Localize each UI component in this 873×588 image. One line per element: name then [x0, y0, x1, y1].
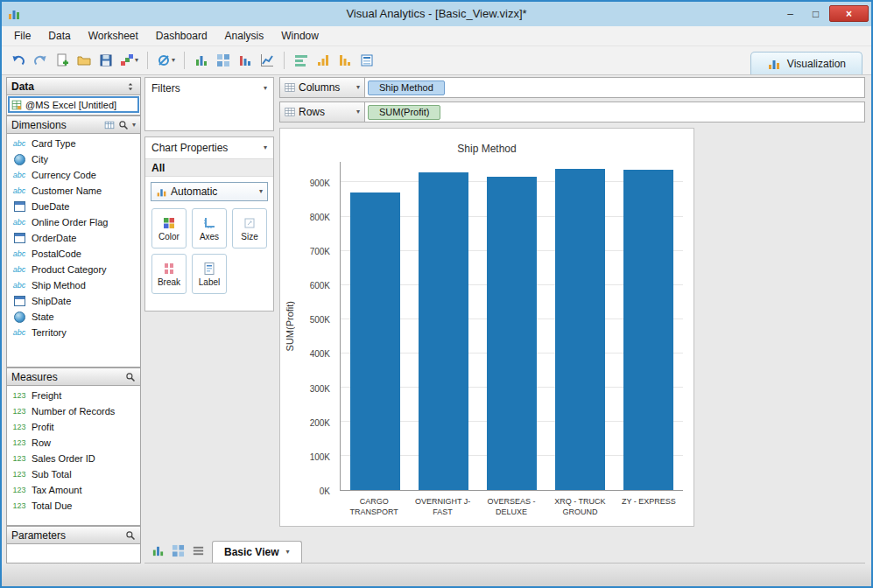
new-file-icon[interactable] [53, 50, 72, 71]
columns-shelf-header[interactable]: Columns ▾ [279, 77, 365, 98]
table-icon[interactable] [104, 120, 115, 130]
measures-header[interactable]: Measures [6, 368, 141, 386]
datasource-item[interactable]: @MS Excel [Untitled] [8, 96, 139, 113]
dimension-product-category[interactable]: abcProduct Category [7, 262, 140, 277]
measure-row[interactable]: 123Row [7, 435, 140, 451]
dimension-postalcode[interactable]: abcPostalCode [7, 246, 140, 262]
sort-ascending-icon[interactable] [313, 50, 333, 71]
filters-header[interactable]: Filters ▾ [145, 78, 273, 99]
measure-sub-total[interactable]: 123Sub Total [7, 466, 140, 482]
measure-sales-order-id[interactable]: 123Sales Order ID [7, 451, 140, 466]
bar-overnight-j-fast[interactable] [419, 172, 468, 490]
bar-overseas-deluxe[interactable] [487, 177, 537, 490]
chevron-down-icon[interactable]: ▾ [264, 144, 267, 151]
date-type-icon [10, 233, 29, 243]
sort-updown-icon[interactable] [125, 81, 136, 92]
chart-view-icon[interactable] [172, 544, 185, 557]
minimize-button[interactable]: – [778, 5, 802, 22]
dimension-orderdate[interactable]: OrderDate [7, 230, 140, 246]
new-worksheet-icon[interactable] [151, 544, 165, 557]
chevron-down-icon[interactable]: ▾ [264, 85, 267, 92]
size-icon [243, 216, 257, 230]
dimension-shipdate[interactable]: ShipDate [7, 293, 140, 309]
close-button[interactable]: × [829, 5, 869, 22]
measure-profit[interactable]: 123Profit [7, 419, 140, 435]
menu-data[interactable]: Data [39, 27, 79, 45]
color-icon [162, 216, 176, 230]
prop-button-label: Label [199, 277, 220, 287]
chart-properties-title: Chart Properties [151, 142, 228, 154]
search-icon[interactable] [125, 372, 136, 382]
parameters-box[interactable] [6, 544, 141, 564]
measure-tax-amount[interactable]: 123Tax Amount [7, 482, 140, 498]
chart-axis-icon[interactable] [257, 50, 277, 71]
pill-sum-profit[interactable]: SUM(Profit) [368, 105, 440, 120]
save-icon[interactable] [96, 50, 116, 71]
dimension-customer-name[interactable]: abcCustomer Name [7, 183, 140, 199]
swap-axes-icon[interactable] [292, 50, 311, 71]
dimensions-header[interactable]: Dimensions ▾ [6, 116, 141, 134]
bar-xrq-truck-ground[interactable] [555, 169, 605, 490]
maximize-button[interactable]: □ [804, 5, 827, 22]
dimension-city[interactable]: City [7, 151, 140, 167]
view-tab-basic-view[interactable]: Basic View ▾ [212, 541, 302, 563]
show-summary-icon[interactable] [357, 50, 377, 71]
view-list-icon[interactable] [192, 544, 205, 557]
open-file-icon[interactable] [74, 50, 94, 71]
bar-zy-express[interactable] [623, 170, 673, 490]
undo-icon[interactable] [9, 50, 28, 71]
menu-dashboard[interactable]: Dashboard [147, 27, 216, 45]
menu-file[interactable]: File [5, 27, 39, 45]
chart-icon [767, 57, 781, 71]
color-button[interactable]: Color [151, 208, 187, 248]
style-wizard-icon[interactable]: ▾ [118, 50, 140, 71]
label-button[interactable]: Label [192, 254, 227, 294]
sort-descending-icon[interactable] [335, 50, 355, 71]
field-label: Total Due [32, 500, 72, 511]
rows-shelf-header[interactable]: Rows ▾ [279, 102, 365, 122]
chevron-down-icon[interactable]: ▾ [285, 549, 289, 556]
search-icon[interactable] [125, 530, 136, 541]
menu-analysis[interactable]: Analysis [216, 27, 273, 45]
pill-ship-method[interactable]: Ship Method [368, 80, 445, 95]
chevron-down-icon[interactable]: ▾ [356, 84, 360, 91]
y-tick-label: 0K [320, 486, 330, 496]
menu-window[interactable]: Window [272, 27, 327, 45]
dimension-duedate[interactable]: DueDate [7, 199, 140, 214]
panels-column: Filters ▾ Chart Properties ▾ All Automat… [144, 77, 274, 312]
columns-shelf-body[interactable]: Ship Method [365, 77, 865, 98]
dimension-card-type[interactable]: abcCard Type [7, 136, 140, 151]
dropdown-arrow[interactable]: ▾ [135, 57, 138, 64]
dropdown-arrow[interactable]: ▾ [172, 57, 175, 64]
visualization-tab[interactable]: Visualization [750, 52, 862, 74]
new-chart-icon[interactable] [192, 50, 211, 71]
redo-icon[interactable] [31, 50, 50, 71]
axes-button[interactable]: Axes [192, 208, 227, 248]
size-button[interactable]: Size [232, 208, 267, 248]
chart-properties-header[interactable]: Chart Properties ▾ [145, 137, 273, 158]
rows-shelf-body[interactable]: SUM(Profit) [365, 102, 865, 122]
dimension-territory[interactable]: abcTerritory [7, 325, 140, 340]
toolbar-separator [147, 52, 148, 69]
menu-worksheet[interactable]: Worksheet [80, 27, 147, 45]
tab-strip-icons [144, 539, 212, 563]
dimension-currency-code[interactable]: abcCurrency Code [7, 167, 140, 183]
data-panel-header[interactable]: Data [6, 77, 141, 95]
bar-cargo-transport[interactable] [350, 192, 400, 490]
chart-grid-icon[interactable] [214, 50, 233, 71]
chart-type-select[interactable]: Automatic ▾ [151, 182, 268, 201]
dimension-state[interactable]: State [7, 309, 140, 325]
measure-freight[interactable]: 123Freight [7, 388, 140, 403]
dimension-online-order-flag[interactable]: abcOnline Order Flag [7, 214, 140, 230]
dimension-ship-method[interactable]: abcShip Method [7, 277, 140, 293]
search-icon[interactable] [118, 120, 129, 130]
chart-sort-icon[interactable] [236, 50, 255, 71]
measure-number-of-records[interactable]: 123Number of Records [7, 403, 140, 419]
refresh-icon[interactable]: ▾ [155, 50, 177, 71]
chevron-down-icon[interactable]: ▾ [259, 188, 263, 195]
parameters-header[interactable]: Parameters [6, 526, 141, 544]
break-button[interactable]: Break [151, 254, 187, 294]
chevron-down-icon[interactable]: ▾ [132, 122, 136, 129]
measure-total-due[interactable]: 123Total Due [7, 498, 140, 514]
chevron-down-icon[interactable]: ▾ [356, 108, 360, 116]
